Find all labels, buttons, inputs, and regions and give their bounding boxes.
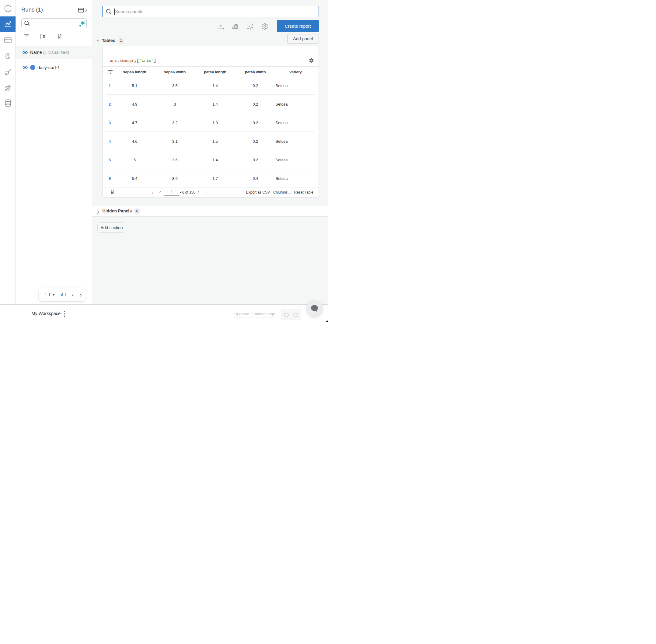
svg-text:x: x: [219, 22, 222, 29]
svg-text:i: i: [7, 6, 8, 11]
